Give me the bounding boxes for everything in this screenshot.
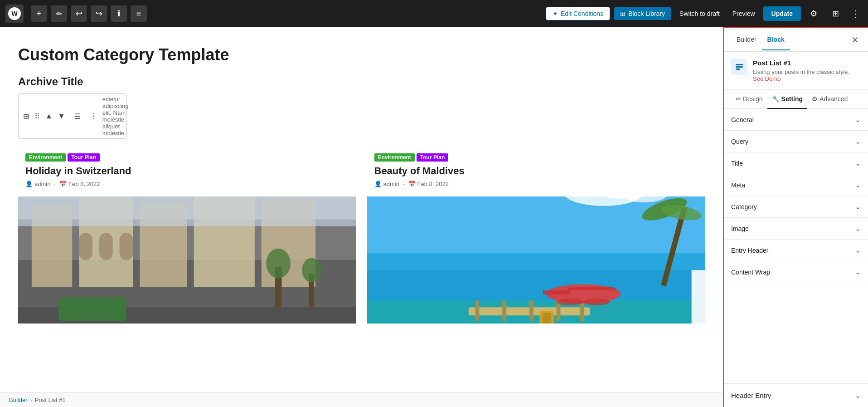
date-meta-2: 📅 Feb 8, 2022 <box>408 181 449 187</box>
main-layout: Custom Category Template Archive Title ⊞… <box>0 27 868 407</box>
tag-environment-2: Environment <box>374 153 415 162</box>
sidebar-tabs: Builder Block ✕ <box>724 28 868 52</box>
edit-conditions-label: Edit Conditions <box>561 10 603 17</box>
chevron-category: ⌄ <box>855 202 861 211</box>
breadcrumb-separator: › <box>30 397 32 403</box>
right-sidebar: Builder Block ✕ Post List #1 Listing you… <box>723 27 868 407</box>
svg-point-17 <box>302 258 321 283</box>
block-info-title: Post List #1 <box>753 59 849 67</box>
block-toolbar: ⊞ ⠿ ▲ ▼ ☰ ⋮ ectetur adipiscing elit. Nam… <box>18 93 127 139</box>
chevron-general: ⌄ <box>855 115 861 124</box>
wp-logo[interactable]: W <box>5 5 24 23</box>
update-button[interactable]: Update <box>763 6 801 21</box>
post-card-header-2: Environment Tour Plan Beauty of Maldives… <box>367 146 705 196</box>
align-button[interactable]: ☰ <box>73 110 82 123</box>
block-info-text: Post List #1 Listing your posts in the c… <box>753 59 849 82</box>
accordion-header-entry-header[interactable]: Entry Header ⌄ <box>724 240 868 261</box>
move-down-button[interactable]: ▼ <box>56 110 67 122</box>
chevron-meta: ⌄ <box>855 181 861 189</box>
more-block-options[interactable]: ⋮ <box>88 110 99 123</box>
redo-button[interactable]: ↪ <box>91 5 107 22</box>
post-card-header: Environment Tour Plan Holiday in Switzer… <box>18 146 356 196</box>
accordion-header-content-wrap[interactable]: Content Wrap ⌄ <box>724 261 868 283</box>
tab-builder[interactable]: Builder <box>731 29 762 50</box>
sub-tab-setting[interactable]: 🔧 Setting <box>767 90 807 109</box>
more-options-button[interactable]: ⋮ <box>848 6 863 21</box>
accordion-header-query[interactable]: Query ⌄ <box>724 131 868 152</box>
author-icon-2: 👤 <box>374 181 382 187</box>
design-icon: ✏ <box>736 95 741 103</box>
accordion-entry-header: Entry Header ⌄ <box>724 240 868 261</box>
svg-rect-29 <box>475 300 479 321</box>
chevron-title: ⌄ <box>855 159 861 167</box>
author-icon: 👤 <box>25 181 33 187</box>
tag-environment: Environment <box>25 153 66 162</box>
accordion-header-meta[interactable]: Meta ⌄ <box>724 174 868 196</box>
svg-rect-12 <box>58 297 126 321</box>
svg-rect-8 <box>79 233 92 260</box>
accordion-query: Query ⌄ <box>724 131 868 152</box>
svg-rect-31 <box>529 300 533 321</box>
post-card: Environment Tour Plan Holiday in Switzer… <box>18 146 356 324</box>
archive-title: Archive Title <box>18 75 705 88</box>
grid-button[interactable]: ⊞ <box>826 5 844 23</box>
post-meta: 👤 admin · 📅 Feb 8, 2022 <box>25 181 349 187</box>
post-grid: Environment Tour Plan Holiday in Switzer… <box>18 146 705 324</box>
svg-rect-13 <box>18 196 356 226</box>
top-toolbar: W + ✏ ↩ ↪ ℹ ≡ ✦ Edit Conditions ⊞ Block … <box>0 0 868 27</box>
edit-conditions-button[interactable]: ✦ Edit Conditions <box>546 7 610 20</box>
info-button[interactable]: ℹ <box>111 5 127 22</box>
block-library-label: Block Library <box>628 10 665 17</box>
block-type-button[interactable]: ⊞ <box>21 110 31 123</box>
drag-handle[interactable]: ⠿ <box>33 110 42 123</box>
breadcrumb-builder-link[interactable]: Builder <box>9 397 27 403</box>
accordion-header-category[interactable]: Category ⌄ <box>724 196 868 217</box>
sidebar-accordion: General ⌄ Query ⌄ Title ⌄ Meta <box>724 109 868 383</box>
see-demo-link[interactable]: See Demo <box>753 75 781 82</box>
switch-draft-button[interactable]: Switch to draft <box>675 7 724 20</box>
content-area: Custom Category Template Archive Title ⊞… <box>0 27 723 407</box>
sub-tabs: ✏ Design 🔧 Setting ⚙ Advanced <box>724 90 868 109</box>
breadcrumb-current: Post List #1 <box>35 397 66 403</box>
chevron-image: ⌄ <box>855 224 861 233</box>
undo-button[interactable]: ↩ <box>71 5 87 22</box>
accordion-image: Image ⌄ <box>724 218 868 240</box>
post-date: Feb 8, 2022 <box>68 181 100 187</box>
wp-logo-icon: W <box>8 7 21 20</box>
post-title-2: Beauty of Maldives <box>374 165 698 177</box>
svg-point-15 <box>266 249 291 279</box>
accordion-header-general[interactable]: General ⌄ <box>724 109 868 130</box>
post-tags-2: Environment Tour Plan <box>374 153 698 162</box>
sub-tab-advanced[interactable]: ⚙ Advanced <box>807 90 852 109</box>
svg-rect-30 <box>502 300 506 321</box>
post-meta-2: 👤 admin · 📅 Feb 8, 2022 <box>374 181 698 187</box>
tab-block[interactable]: Block <box>762 29 790 50</box>
block-info-desc: Listing your posts in the classic style.… <box>753 69 849 82</box>
preview-button[interactable]: Preview <box>728 7 760 20</box>
svg-marker-35 <box>566 287 617 290</box>
settings-button[interactable]: ⚙ <box>805 5 823 23</box>
sub-tab-design[interactable]: ✏ Design <box>731 90 767 109</box>
block-icon <box>731 59 747 75</box>
edit-conditions-icon: ✦ <box>553 10 558 17</box>
entry-header-bar: Header Entry ⌄ <box>724 383 868 407</box>
accordion-meta: Meta ⌄ <box>724 174 868 196</box>
setting-icon: 🔧 <box>772 95 780 103</box>
pencil-button[interactable]: ✏ <box>51 5 67 22</box>
post-card: Environment Tour Plan Beauty of Maldives… <box>367 146 705 324</box>
block-library-button[interactable]: ⊞ Block Library <box>614 7 671 20</box>
tag-tour-plan-2: Tour Plan <box>417 153 448 162</box>
list-view-button[interactable]: ≡ <box>131 5 147 22</box>
chevron-query: ⌄ <box>855 137 861 146</box>
sidebar-close-button[interactable]: ✕ <box>849 33 861 47</box>
toolbar-right: ✦ Edit Conditions ⊞ Block Library Switch… <box>546 5 863 23</box>
add-block-button[interactable]: + <box>31 5 47 22</box>
accordion-category: Category ⌄ <box>724 196 868 218</box>
svg-rect-36 <box>543 290 570 294</box>
svg-rect-42 <box>736 64 743 65</box>
move-up-button[interactable]: ▲ <box>44 110 54 122</box>
author-meta: 👤 admin <box>25 181 50 187</box>
chevron-entry-header: ⌄ <box>855 246 861 255</box>
accordion-header-title[interactable]: Title ⌄ <box>724 152 868 174</box>
accordion-header-image[interactable]: Image ⌄ <box>724 218 868 239</box>
